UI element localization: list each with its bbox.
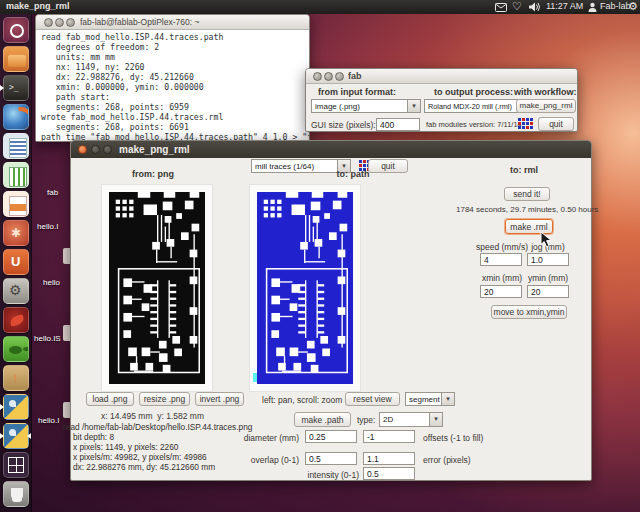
png-image-canvas[interactable]	[101, 184, 213, 392]
ymin-label: ymin (mm)	[524, 273, 572, 283]
desktop-file-label[interactable]: hello.IS	[34, 334, 61, 343]
chevron-down-icon[interactable]: ▾	[407, 100, 420, 112]
launcher-icon-archive-manager[interactable]	[3, 365, 29, 391]
error-input[interactable]	[363, 452, 415, 465]
fab-titlebar[interactable]: fab	[306, 69, 577, 84]
chevron-down-icon[interactable]: ▾	[441, 393, 454, 405]
launcher-icon-ubuntu-one[interactable]	[3, 249, 29, 275]
desktop-icon-partial	[63, 402, 70, 418]
terminal-output[interactable]: read fab_mod_hello.ISP.44.traces.path de…	[36, 30, 309, 141]
desktop-file-label[interactable]: hello.I	[38, 416, 59, 425]
launcher-icon-python-2[interactable]	[3, 423, 29, 449]
intensity-input[interactable]	[363, 467, 415, 480]
to-path-label: to: path	[323, 169, 383, 179]
launcher-icon-software-center[interactable]	[3, 220, 29, 246]
minimize-button[interactable]	[91, 145, 100, 154]
launcher-icon-libreoffice-impress[interactable]	[3, 191, 29, 217]
type-label: type:	[357, 415, 375, 425]
chevron-down-icon[interactable]: ▾	[429, 413, 442, 426]
clock[interactable]: 11:27 AM	[546, 1, 583, 11]
launcher-icon-workspace-switcher[interactable]	[3, 452, 29, 478]
overlap-input[interactable]	[305, 452, 357, 465]
heart-icon[interactable]: ♡	[512, 0, 522, 13]
launcher-icon-libreoffice-writer[interactable]	[3, 133, 29, 159]
maximize-button[interactable]	[103, 145, 112, 154]
type-select[interactable]: 2D ▾	[379, 412, 443, 427]
unity-launcher	[0, 14, 32, 512]
resize-png-button[interactable]: resize .png	[139, 392, 190, 406]
overlap-label: overlap (0-1)	[219, 455, 299, 465]
maximize-button[interactable]	[335, 72, 344, 81]
terminal-line: nx: 1149, ny: 2260	[41, 62, 145, 72]
close-button[interactable]	[44, 18, 53, 27]
terminal-line: read fab_mod_hello.ISP.44.traces.path	[41, 32, 223, 42]
move-to-xmin-ymin-button[interactable]: move to xmin,ymin	[491, 305, 567, 319]
launcher-icon-python[interactable]	[3, 394, 29, 420]
terminal-line: xmin: 0.000000, ymin: 0.000000	[41, 82, 204, 92]
fab-version-text: fab modules version: 7/11/14	[426, 120, 522, 129]
terminal-titlebar[interactable]: fab-lab@fablab-OptiPlex-760: ~	[36, 15, 309, 30]
workflow-button[interactable]: make_png_rml	[516, 99, 576, 113]
fab-dialog: fab from input format: to output process…	[305, 68, 578, 132]
mail-icon[interactable]	[495, 0, 507, 14]
input-format-value: image (.png)	[315, 102, 406, 111]
xmin-input[interactable]	[480, 285, 522, 298]
active-app-name[interactable]: make_png_rml	[6, 1, 70, 11]
send-it-button[interactable]: send it!	[504, 187, 550, 201]
desktop-icon-partial	[63, 248, 70, 264]
terminal-line: segments: 268, points: 6691	[41, 122, 189, 132]
launcher-icon-dash[interactable]	[3, 17, 29, 43]
close-button[interactable]	[78, 145, 87, 154]
fab-modules-logo-icon	[518, 118, 532, 129]
gui-size-input[interactable]	[376, 118, 420, 131]
launcher-icon-terminal[interactable]	[3, 75, 29, 101]
input-format-select[interactable]: image (.png) ▾	[311, 99, 421, 113]
launcher-icon-turtle-art[interactable]	[3, 336, 29, 362]
speaker-icon[interactable]	[528, 0, 541, 14]
fab-quit-button[interactable]: quit	[538, 117, 574, 131]
png-info-line: x pixels/m: 49982, y pixels/m: 49986	[73, 452, 207, 462]
xmin-label: xmin (mm)	[475, 273, 529, 283]
launcher-icon-firefox[interactable]	[3, 104, 29, 130]
close-button[interactable]	[313, 72, 322, 81]
launcher-icon-media-app[interactable]	[3, 307, 29, 333]
path-start-marker	[253, 373, 257, 382]
gui-size-label: GUI size (pixels):	[311, 120, 376, 130]
png-info-line: bit depth: 8	[73, 432, 114, 442]
main-window-title: make_png_rml	[119, 144, 190, 155]
launcher-icon-system-settings[interactable]	[3, 278, 29, 304]
desktop-file-label[interactable]: fab	[47, 188, 58, 197]
minimize-button[interactable]	[324, 72, 333, 81]
gear-icon[interactable]: ⚙	[628, 0, 638, 13]
main-titlebar[interactable]: make_png_rml	[71, 141, 591, 158]
terminal-line: segments: 268, points: 6959	[41, 102, 189, 112]
maximize-button[interactable]	[66, 18, 75, 27]
user-icon[interactable]	[588, 0, 597, 14]
invert-png-button[interactable]: invert .png	[195, 392, 244, 406]
offsets-input[interactable]	[363, 430, 415, 443]
desktop-file-label[interactable]: hello.I	[37, 222, 58, 231]
launcher-icon-files[interactable]	[3, 46, 29, 72]
terminal-line: units: mm mm	[41, 52, 115, 62]
diameter-input[interactable]	[305, 430, 357, 443]
jog-input[interactable]	[527, 253, 569, 266]
launcher-icon-libreoffice-calc[interactable]	[3, 162, 29, 188]
png-info-line: read /home/fab-lab/Desktop/hello.ISP.44.…	[63, 422, 252, 432]
path-view-canvas[interactable]	[249, 184, 361, 392]
terminal-line: path start:	[41, 92, 110, 102]
pcb-toolpath-image	[257, 192, 353, 384]
minimize-button[interactable]	[55, 18, 64, 27]
ymin-input[interactable]	[527, 285, 569, 298]
launcher-icon-trash[interactable]	[3, 481, 29, 507]
display-mode-select[interactable]: segments ▾	[405, 392, 455, 406]
from-png-label: from: png	[123, 169, 183, 179]
make-path-button[interactable]: make .path	[294, 412, 351, 427]
speed-input[interactable]	[480, 253, 522, 266]
type-select-value: 2D	[383, 415, 428, 424]
load-png-button[interactable]: load .png	[86, 392, 134, 406]
fab-title: fab	[348, 71, 362, 81]
terminal-line: dx: 22.988276, dy: 45.212660	[41, 72, 194, 82]
reset-view-button[interactable]: reset view	[345, 392, 400, 406]
desktop-file-label[interactable]: hello	[43, 278, 60, 287]
session-user-name[interactable]: Fab-lab	[600, 1, 631, 11]
